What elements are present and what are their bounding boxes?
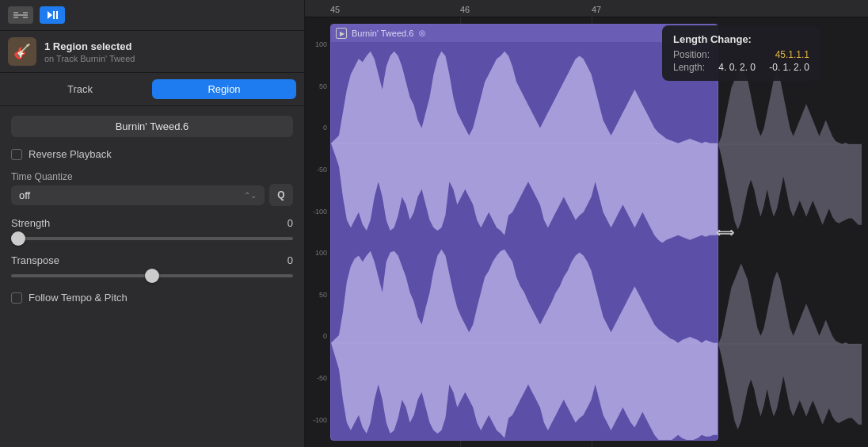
- tooltip-length-label: Length:: [673, 62, 705, 73]
- tooltip-length-value: 4. 0. 2. 0: [718, 62, 756, 73]
- region-title: Burnin' Tweed.6: [352, 29, 413, 38]
- waveform-bottom: [331, 243, 718, 441]
- y-label-0-bot: 0: [305, 332, 330, 340]
- reverse-playback-checkbox[interactable]: [11, 149, 22, 160]
- panel-header: [0, 0, 304, 31]
- quantize-value: off: [19, 189, 30, 201]
- y-label-100-neg-top: -100: [305, 208, 330, 216]
- tooltip-position-value: 45.1.1.1: [775, 49, 809, 60]
- region-play-icon: ▶: [340, 30, 345, 37]
- time-quantize-section: Time Quantize off ⌃⌄ Q: [11, 171, 293, 206]
- y-label-0-top: 0: [305, 124, 330, 132]
- ruler-mark-47: 47: [592, 5, 601, 14]
- audio-region[interactable]: ▶ Burnin' Tweed.6 ⊗: [330, 24, 718, 441]
- strength-value: 0: [287, 217, 293, 229]
- y-label-50-top: 50: [305, 82, 330, 90]
- y-label-100-bot: 100: [305, 249, 330, 257]
- follow-tempo-checkbox[interactable]: [11, 292, 22, 304]
- selected-count: 1 Region selected: [44, 40, 135, 52]
- y-label-50-neg-top: -50: [305, 166, 330, 174]
- reverse-playback-row: Reverse Playback: [11, 148, 293, 160]
- ruler-mark-46: 46: [460, 5, 470, 14]
- region-header-bar: ▶ Burnin' Tweed.6 ⊗: [331, 25, 718, 42]
- strength-section: Strength 0: [11, 217, 293, 243]
- panel-content: Burnin' Tweed.6 Reverse Playback Time Qu…: [0, 106, 304, 447]
- transpose-header: Transpose 0: [11, 254, 293, 266]
- region-thumbnail: 🎸: [8, 37, 36, 66]
- tab-region[interactable]: Region: [152, 79, 296, 99]
- track-name: on Track Burnin' Tweed: [44, 54, 135, 63]
- tooltip-box: Length Change: Position: 45.1.1.1 Length…: [662, 25, 820, 81]
- svg-marker-5: [48, 11, 52, 19]
- waveform-top: [331, 44, 718, 243]
- resize-handle[interactable]: ⟺: [717, 224, 733, 240]
- after-waveform-bottom: [718, 247, 862, 441]
- reverse-playback-label: Reverse Playback: [29, 148, 112, 160]
- left-panel: 🎸 1 Region selected on Track Burnin' Twe…: [0, 0, 305, 447]
- quantize-select[interactable]: off ⌃⌄: [11, 185, 265, 205]
- q-button[interactable]: Q: [269, 184, 293, 206]
- strength-slider-thumb[interactable]: [11, 231, 25, 246]
- region-text: 1 Region selected on Track Burnin' Tweed: [44, 40, 135, 63]
- timeline-ruler: 45 46 47: [305, 0, 868, 17]
- transpose-label: Transpose: [11, 254, 59, 266]
- strength-label: Strength: [11, 217, 50, 229]
- quantize-row: off ⌃⌄ Q: [11, 184, 293, 206]
- transpose-slider-thumb[interactable]: [145, 269, 159, 283]
- after-region: [718, 24, 862, 441]
- y-label-50-bot: 50: [305, 291, 330, 299]
- tooltip-title: Length Change:: [673, 33, 809, 45]
- strength-header: Strength 0: [11, 217, 293, 229]
- loop-icon: ⊗: [418, 28, 426, 39]
- thumb-emoji: 🎸: [13, 43, 31, 60]
- logo-icon: [8, 6, 33, 24]
- strength-slider-track[interactable]: [11, 237, 293, 240]
- transpose-value: 0: [287, 254, 293, 266]
- follow-tempo-row: Follow Tempo & Pitch: [11, 292, 293, 304]
- transpose-slider-track[interactable]: [11, 274, 293, 277]
- transpose-section: Transpose 0: [11, 254, 293, 281]
- tab-track[interactable]: Track: [8, 79, 152, 99]
- right-panel: 45 46 47 100 50 0 -50 -100 100 50 0 -50 …: [305, 0, 868, 447]
- follow-tempo-label: Follow Tempo & Pitch: [29, 292, 128, 304]
- track-area: 100 50 0 -50 -100 100 50 0 -50 -100 ▶ Bu…: [305, 17, 868, 447]
- select-arrows-icon: ⌃⌄: [244, 191, 257, 200]
- region-play-button[interactable]: ▶: [336, 28, 347, 39]
- tooltip-position-label: Position:: [673, 49, 710, 60]
- ruler-mark-45: 45: [330, 5, 340, 14]
- tooltip-position-row: Position: 45.1.1.1: [673, 49, 809, 60]
- y-label-100-top: 100: [305, 40, 330, 48]
- tooltip-length-row: Length: 4. 0. 2. 0 -0. 1. 2. 0: [673, 62, 809, 73]
- play-button[interactable]: [40, 6, 65, 24]
- tab-row: Track Region: [0, 73, 304, 106]
- time-quantize-label: Time Quantize: [11, 171, 293, 182]
- region-name-field[interactable]: Burnin' Tweed.6: [11, 116, 293, 137]
- y-label-50-neg-bot: -50: [305, 374, 330, 382]
- region-info: 🎸 1 Region selected on Track Burnin' Twe…: [0, 31, 304, 73]
- tooltip-delta-value: -0. 1. 2. 0: [769, 62, 809, 73]
- y-label-100-neg-bot: -100: [305, 416, 330, 424]
- resize-icon: ⟺: [716, 225, 734, 240]
